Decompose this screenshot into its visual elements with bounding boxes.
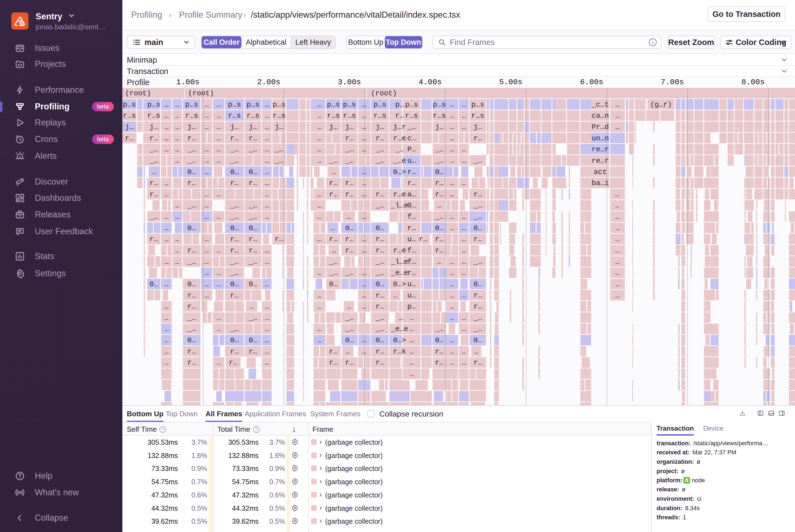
svg-text:…: … — [399, 314, 403, 322]
svg-text:_…: _… — [149, 157, 158, 165]
svg-text:p…: p… — [395, 100, 404, 109]
svg-text:0…>: 0…> — [393, 280, 406, 288]
svg-text:0…: 0… — [230, 168, 239, 176]
svg-text:…: … — [615, 258, 620, 266]
svg-text:…: … — [615, 123, 620, 131]
svg-text:…: … — [362, 123, 366, 131]
svg-text:…: … — [265, 157, 269, 165]
svg-text:…: … — [450, 145, 454, 154]
svg-text:…: … — [410, 347, 414, 356]
svg-text:_…: _… — [274, 145, 283, 154]
svg-text:…: … — [265, 359, 269, 367]
svg-text:…: … — [362, 336, 366, 344]
svg-text:_…: _… — [375, 145, 384, 154]
svg-text:0…: 0… — [149, 280, 158, 288]
svg-text:0…: 0… — [345, 336, 354, 344]
svg-text:re…r: re…r — [592, 157, 609, 165]
svg-text:_…: _… — [329, 157, 338, 165]
svg-text:p…s: p…s — [246, 100, 259, 109]
svg-text:…: … — [450, 100, 454, 109]
svg-text:0…: 0… — [435, 336, 443, 344]
svg-text:…: … — [265, 134, 269, 142]
svg-text:_…: _… — [473, 314, 482, 322]
svg-text:…: … — [330, 224, 335, 232]
svg-text:…: … — [317, 100, 322, 109]
svg-text:…: … — [362, 190, 366, 198]
svg-text:r…: r… — [149, 179, 158, 187]
svg-text:r…: r… — [275, 235, 283, 243]
svg-text:…: … — [216, 314, 221, 322]
svg-text:_…: _… — [187, 145, 196, 154]
svg-text:r…: r… — [395, 112, 404, 120]
svg-text:…: … — [450, 112, 454, 120]
svg-text:0…: 0… — [187, 224, 196, 232]
svg-text:…: … — [450, 190, 454, 198]
svg-text:…: … — [317, 201, 322, 210]
svg-text:…: … — [216, 325, 221, 333]
svg-text:r…: r… — [376, 190, 384, 198]
svg-text:…: … — [615, 190, 620, 198]
svg-text:…: … — [450, 291, 454, 300]
svg-text:r…k: r…k — [393, 347, 406, 356]
svg-text:_…: _… — [187, 325, 196, 333]
svg-text:_…: _… — [329, 258, 338, 266]
svg-text:r…: r… — [473, 235, 482, 243]
svg-text:p…: p… — [407, 302, 416, 311]
svg-text:r…: r… — [187, 302, 196, 311]
svg-text:r…e: r…e — [393, 246, 406, 255]
svg-text:Pr…d: Pr…d — [592, 123, 609, 131]
svg-text:(g…r): (g…r) — [650, 100, 672, 109]
svg-text:…: … — [317, 213, 322, 221]
svg-text:…: … — [410, 370, 414, 378]
svg-text:r…s: r…s — [246, 112, 259, 120]
svg-text:…: … — [164, 100, 169, 109]
svg-text:_e…e: _e…e — [391, 269, 408, 277]
svg-text:…: … — [265, 168, 269, 176]
svg-text:0…: 0… — [435, 168, 443, 176]
svg-text:r…s: r…s — [273, 112, 286, 120]
svg-text:p…s: p…s — [273, 100, 286, 109]
svg-text:r…s: r…s — [228, 112, 241, 120]
svg-text:…: … — [265, 258, 269, 266]
svg-text:r…s: r…s — [185, 112, 198, 120]
svg-text:r…: r… — [376, 347, 384, 356]
svg-text:…: … — [164, 134, 169, 142]
svg-text:…: … — [216, 269, 221, 277]
svg-text:r…: r… — [249, 134, 257, 142]
svg-text:r…: r… — [230, 179, 239, 187]
svg-text:r…: r… — [329, 190, 338, 198]
svg-text:0…: 0… — [345, 224, 354, 232]
svg-text:_…: _… — [329, 269, 338, 277]
svg-text:…: … — [317, 302, 322, 311]
svg-text:…: … — [265, 314, 269, 322]
svg-text:…: … — [164, 213, 169, 221]
svg-text:…: … — [204, 235, 209, 243]
svg-text:…: … — [450, 269, 454, 277]
svg-text:j…: j… — [329, 123, 338, 131]
svg-text:0…: 0… — [230, 336, 239, 344]
svg-text:_…: _… — [473, 213, 482, 221]
svg-text:…: … — [164, 280, 169, 288]
svg-text:_…: _… — [248, 201, 257, 210]
svg-text:r…: r… — [329, 235, 338, 243]
svg-text:j…: j… — [187, 123, 196, 131]
svg-text:r…: r… — [249, 179, 257, 187]
svg-text:_l…e: _l…e — [391, 258, 408, 266]
svg-text:…: … — [164, 314, 169, 322]
svg-text:…: … — [410, 359, 414, 367]
svg-text:…: … — [332, 168, 336, 176]
svg-text:…: … — [474, 347, 478, 356]
svg-text:…: … — [317, 269, 322, 277]
svg-text:…: … — [204, 145, 209, 154]
svg-text:_…: _… — [230, 157, 239, 165]
svg-text:…: … — [175, 246, 179, 255]
svg-text:…: … — [317, 134, 322, 142]
svg-text:…: … — [265, 190, 269, 198]
svg-text:r…s: r…s — [147, 112, 160, 120]
svg-text:p…s: p…s — [327, 100, 340, 109]
svg-text:r…: r… — [125, 134, 134, 142]
svg-text:r…: r… — [249, 347, 257, 356]
svg-text:…: … — [317, 145, 322, 154]
svg-text:…: … — [164, 325, 169, 333]
svg-text:…: … — [450, 336, 454, 344]
